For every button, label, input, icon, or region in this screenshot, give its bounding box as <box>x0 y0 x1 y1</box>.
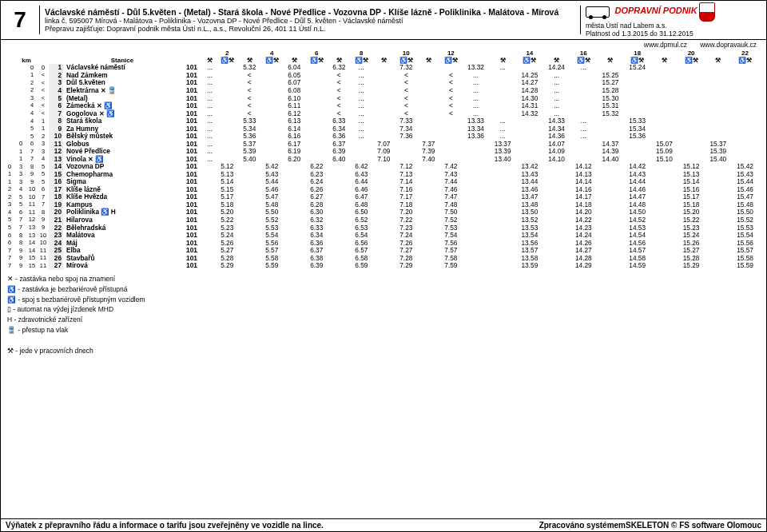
legend-item: ♿ - spoj s bezbariérově přístupným vozid… <box>7 296 766 305</box>
table-row: 5712921Hilarova1015.225.526.326.527.227.… <box>4 216 763 224</box>
table-row: 68131023Malátova1015.245.546.346.547.247… <box>4 232 763 240</box>
crest-icon <box>699 2 715 22</box>
table-row: 5713922Bělehradská1015.235.536.336.537.2… <box>4 224 763 232</box>
table-row: 1<2Nad Zámkem101...<6.05<...<<...14.25..… <box>4 72 763 80</box>
table-row: 2<4Elektrárna ✕ 🚆101...<6.08<...<<...14.… <box>4 87 763 95</box>
timetable-page: 7 Václavské náměstí - Důl 5.květen - (Me… <box>0 0 767 532</box>
legend-item: ✕ - zastávka nebo spoj na znamení <box>7 275 766 284</box>
legend-item <box>7 336 766 346</box>
footer-left: Výňatek z přepravního řádu a informace o… <box>6 521 324 530</box>
table-row: 001Václavské náměstí101...5.326.046.32..… <box>4 64 763 72</box>
table-row: 2<3Důl 5.květen101...<6.07<...<<...14.27… <box>4 79 763 87</box>
table-row: 139516Sigma1015.145.446.246.447.147.4413… <box>4 178 763 186</box>
footer: Výňatek z přepravního řádu a informace o… <box>1 518 766 531</box>
line-number: 7 <box>1 6 40 34</box>
validity: Platnost od 1.3.2015 do 31.12.2015 <box>586 30 693 38</box>
table-row: 79151127Mírová1015.295.596.396.597.297.5… <box>4 262 763 270</box>
timetable: 24 68 1012 14 1618 2022 km Stanice ⚒♿⚒⚒♿… <box>1 50 766 270</box>
route-code: linka č. 595007 Mírová - Malátova - Poli… <box>45 17 575 25</box>
table-row: 2410617Klíše lázně1015.155.466.266.467.1… <box>4 186 763 194</box>
header: 7 Václavské náměstí - Důl 5.květen - (Me… <box>1 1 766 40</box>
table-row: 519Za Humny101...5.346.146.34...7.3413.3… <box>4 125 763 133</box>
table-row: 4611820Poliklinika ♿ H1015.205.506.306.5… <box>4 208 763 216</box>
url-left: www.dpmul.cz <box>644 41 687 49</box>
table-row: 2510718Klíše Hvězda1015.175.476.276.477.… <box>4 193 763 201</box>
legend-item: ⚒ - jede v pracovních dnech <box>7 347 766 356</box>
route-forward: Václavské náměstí - Důl 5.květen - (Meta… <box>45 7 575 17</box>
table-row: 418Stará škola101...5.336.136.33...7.331… <box>4 117 763 125</box>
header-right: DOPRAVNÍ PODNIK města Ústí nad Labem a.s… <box>581 1 766 39</box>
table-row: 038514Vozovna DP1015.125.426.226.427.127… <box>4 163 763 171</box>
column-numbers-row: 24 68 1012 14 1618 2022 <box>4 50 763 57</box>
table-row: 4<7Gogolova ✕ ♿101...<6.12<...<<...14.32… <box>4 110 763 118</box>
legend: ✕ - zastávka nebo spoj na znamení♿ - zas… <box>1 275 766 356</box>
table-row: 3511719Kampus1015.185.486.286.487.187.48… <box>4 201 763 209</box>
brand-city: města Ústí nad Labem a.s. <box>586 22 667 30</box>
table-row: 68141024Máj1015.265.566.366.567.267.5613… <box>4 240 763 248</box>
table-row: 3<5(Metal)101...<6.10<...<<...14.30...15… <box>4 95 763 103</box>
table-row: 79141125Elba1015.275.576.376.577.277.571… <box>4 247 763 255</box>
table-row: 79151126Stavbařů1015.285.586.386.587.287… <box>4 255 763 263</box>
table-row: 139515Chemopharma1015.135.436.236.437.13… <box>4 171 763 179</box>
legend-item: H - zdravotnické zařízení <box>7 316 766 325</box>
legend-item: 🚆 - přestup na vlak <box>7 326 766 335</box>
carrier: Přepravu zajišťuje: Dopravní podnik měst… <box>45 25 575 33</box>
brand: DOPRAVNÍ PODNIK <box>615 6 697 15</box>
legend-item: ♿ - zastávka je bezbariérově přístupná <box>7 285 766 295</box>
legend-item: ▯ - automat na výdej jízdenek MHD <box>7 305 766 315</box>
header-mid: Václavské náměstí - Důl 5.květen - (Meta… <box>40 6 581 34</box>
table-row: 4<6Zámecká ✕ ♿101...<6.11<...<<...14.31.… <box>4 102 763 110</box>
footer-right: Zpracováno systémemSKELETON © FS softwar… <box>539 521 761 530</box>
table-row: 17413Vinola ✕ ♿101...5.406.206.407.107.4… <box>4 156 763 164</box>
url-right: www.dopravauk.cz <box>700 41 757 49</box>
bus-icon <box>586 6 610 18</box>
